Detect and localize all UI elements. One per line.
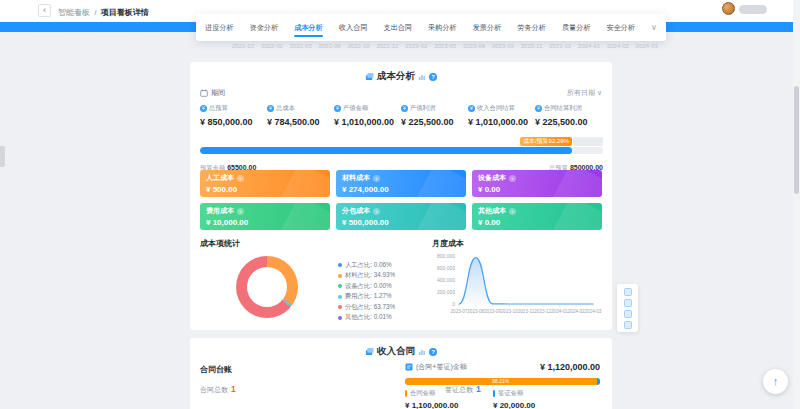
cost-section-title: 成本分析 (377, 70, 415, 83)
scrollbar-track (793, 0, 800, 409)
stat-value: ¥ 225,500.00 (401, 117, 468, 127)
donut-legend-dot (338, 284, 342, 288)
monthly-x-label: 2023-11 (518, 309, 535, 314)
legend-label: 其他占比: (345, 313, 372, 320)
monthly-area (459, 258, 593, 304)
tab-cost-analysis[interactable]: 成本分析 (294, 14, 323, 41)
donut-legend-dot (338, 274, 342, 278)
cost-card[interactable]: 费用成本› ¥ 10,000.00 (200, 203, 330, 230)
date-filter-dropdown[interactable]: 所有日期 ∨ (567, 88, 602, 98)
stat-value: ¥ 784,500.00 (267, 117, 334, 127)
tab-expense-contract[interactable]: 支出合同 (383, 14, 412, 41)
income-section-header: 收入合同 ? (190, 345, 612, 358)
cost-card-label: 其他成本 (478, 206, 506, 216)
bg-date: 2022-02 (261, 43, 283, 49)
period-label-group: 期间 (200, 88, 225, 98)
tool-icon[interactable] (624, 310, 632, 318)
arrow-right-icon: › (509, 175, 516, 182)
monthly-x-label: 2023-07 (451, 309, 468, 314)
help-icon[interactable]: ? (429, 73, 437, 81)
tab-procurement-analysis[interactable]: 采购分析 (428, 14, 457, 41)
bg-date: 2024-03 (636, 43, 658, 49)
cost-card[interactable]: 人工成本› ¥ 500.00 (200, 170, 330, 197)
y-tick: 800,000 (437, 253, 455, 259)
cost-card-label: 材料成本 (342, 173, 370, 183)
stat-total-budget: ¥总预算 ¥ 850,000.00 (200, 104, 267, 127)
legend-value: 63.73% (374, 303, 395, 310)
tab-safety-analysis[interactable]: 安全分析 (606, 14, 635, 41)
cost-card-label: 设备成本 (478, 173, 506, 183)
bg-date: 2022-10 (348, 43, 370, 49)
stat-value: ¥ 225,500.00 (535, 117, 602, 127)
legend-item: 签证金额 ¥ 20,000.00 (493, 389, 535, 409)
income-legend: 合同金额 ¥ 1,100,000.00 签证金额 ¥ 20,000.00 (405, 389, 600, 409)
stat-output-profit: ¥产值利润 ¥ 225,500.00 (401, 104, 468, 127)
scrollbar-thumb[interactable] (794, 86, 799, 194)
collapsed-sidebar-handle[interactable] (0, 146, 5, 167)
y-tick: 400,000 (437, 277, 455, 283)
coin-icon: ¥ (535, 105, 542, 112)
breadcrumb-separator: / (94, 8, 96, 17)
chart-mini-icon[interactable] (418, 348, 426, 356)
cost-card[interactable]: 材料成本› ¥ 274,000.00 (336, 170, 466, 197)
legend-value: 0.00% (374, 282, 392, 289)
stat-settlement-profit: ¥合同结算利润 ¥ 225,500.00 (535, 104, 602, 127)
background-date-axis: 2021-10 2022-02 2022-05 2022-08 2022-10 … (232, 43, 658, 49)
contract-count-pair: 合同总数 1 (200, 384, 236, 395)
arrow-right-icon: › (373, 175, 380, 182)
tab-quality-analysis[interactable]: 质量分析 (562, 14, 591, 41)
tab-fund-analysis[interactable]: 资金分析 (250, 14, 279, 41)
cost-card-value: ¥ 0.00 (478, 185, 596, 194)
donut-chart-title: 成本项统计 (200, 238, 240, 249)
legend-item: 费用占比: 1.27% (338, 292, 395, 303)
tool-icon[interactable] (624, 299, 632, 307)
bg-date: 2023-10 (492, 43, 514, 49)
stat-label: 合同结算利润 (544, 104, 582, 113)
section-icon (365, 72, 374, 81)
user-name-placeholder (739, 5, 767, 14)
help-icon[interactable]: ? (429, 348, 437, 356)
cost-stats-row: ¥总预算 ¥ 850,000.00 ¥总成本 ¥ 784,500.00 ¥产值金… (200, 104, 602, 127)
tab-progress-analysis[interactable]: 进度分析 (205, 14, 234, 41)
cost-card-value: ¥ 0.00 (478, 218, 596, 227)
bg-date: 2023-11 (521, 43, 543, 49)
arrow-right-icon: › (237, 175, 244, 182)
cost-card[interactable]: 其他成本› ¥ 0.00 (472, 203, 602, 230)
bg-date: 2021-10 (232, 43, 254, 49)
breadcrumb-current: 项目看板详情 (101, 8, 149, 17)
contract-count-value: 1 (231, 384, 236, 394)
back-to-top-button[interactable]: ↑ (763, 369, 788, 394)
visa-progress-fill (597, 378, 601, 385)
cost-card[interactable]: 分包成本› ¥ 500,000.00 (336, 203, 466, 230)
tab-labor-analysis[interactable]: 劳务分析 (517, 14, 546, 41)
secondary-badge (573, 137, 603, 146)
back-icon: ‹ (43, 5, 46, 15)
back-button[interactable]: ‹ (38, 4, 51, 17)
breadcrumb-root[interactable]: 智能看板 (58, 8, 90, 17)
cost-card[interactable]: 设备成本› ¥ 0.00 (472, 170, 602, 197)
coin-icon: ¥ (334, 105, 341, 112)
stat-value: ¥ 850,000.00 (200, 117, 267, 127)
bg-date: 2024-01 (578, 43, 600, 49)
tab-income-contract[interactable]: 收入合同 (339, 14, 368, 41)
stat-label: 收入合同结算 (477, 104, 515, 113)
legend-value: ¥ 20,000.00 (493, 401, 535, 409)
monthly-cost-chart: 800,000 600,000 400,000 200,000 0 2023-0… (425, 248, 605, 316)
bg-date: 2023-05 (434, 43, 456, 49)
chart-mini-icon[interactable] (418, 73, 426, 81)
arrow-up-icon: ↑ (773, 375, 779, 387)
donut-legend: 人工占比: 0.06% 材料占比: 34.93% 设备占比: 0.00% 费用占… (338, 260, 395, 323)
amount-value: ¥ 1,120,000.00 (540, 362, 600, 372)
donut-chart (236, 256, 298, 318)
tab-invoice-analysis[interactable]: 发票分析 (473, 14, 502, 41)
contract-amount-bar: 98.21% (405, 378, 600, 385)
legend-label: 材料占比: (345, 271, 372, 278)
tool-icon[interactable] (624, 288, 632, 296)
income-contract-panel: 收入合同 ? 合同台账 合同总数 1 签证总数 1 (合同+签证)金额 ¥ 1,… (190, 338, 612, 409)
y-tick: 600,000 (437, 265, 455, 271)
user-avatar[interactable] (722, 2, 735, 15)
cost-card-value: ¥ 500,000.00 (342, 218, 460, 227)
chevron-down-icon[interactable]: ∨ (651, 23, 657, 32)
tool-icon[interactable] (624, 321, 632, 329)
cost-card-value: ¥ 10,000.00 (206, 218, 324, 227)
